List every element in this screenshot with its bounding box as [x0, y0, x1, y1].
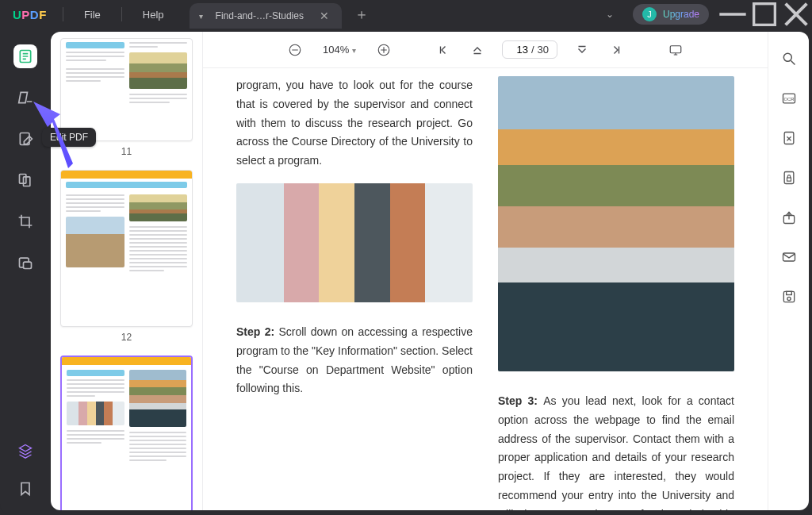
thumbnail-page-12[interactable]	[60, 170, 193, 327]
svg-point-26	[783, 53, 791, 61]
zoom-level[interactable]: 104% ▾	[320, 44, 359, 56]
upgrade-button[interactable]: J Upgrade	[633, 4, 709, 25]
svg-line-27	[791, 61, 795, 65]
close-tab-icon[interactable]: ✕	[316, 10, 332, 22]
first-page-button[interactable]	[435, 41, 453, 59]
thumbnail-page-13[interactable]	[60, 356, 193, 510]
protect-button[interactable]	[779, 168, 799, 187]
zoom-in-button[interactable]	[375, 41, 393, 59]
step2-label: Step 2:	[236, 325, 278, 338]
document-tab[interactable]: ▾ Find-and-…r-Studies ✕	[190, 3, 342, 29]
svg-rect-10	[20, 175, 26, 184]
thumbnail-panel[interactable]: 11 12	[51, 32, 203, 510]
thumbnail-label: 12	[60, 332, 193, 343]
search-button[interactable]	[779, 49, 799, 68]
avatar: J	[642, 7, 657, 21]
divider	[121, 7, 122, 21]
presentation-button[interactable]	[667, 41, 684, 59]
doc-image-bridge	[498, 76, 734, 371]
doc-column-right: Step 3: As you lead next, look for a con…	[498, 76, 734, 510]
page-number-input[interactable]: / 30	[502, 40, 557, 59]
redact-tool-button[interactable]	[13, 251, 37, 275]
email-button[interactable]	[779, 248, 799, 267]
next-page-button[interactable]	[573, 41, 591, 59]
upgrade-label: Upgrade	[663, 9, 699, 20]
menu-help[interactable]: Help	[125, 9, 182, 21]
layers-button[interactable]	[13, 439, 37, 463]
menu-file[interactable]: File	[67, 9, 118, 21]
body-text: Step 3: As you lead next, look for a con…	[498, 392, 734, 510]
page-separator: /	[531, 44, 534, 56]
svg-rect-32	[787, 178, 791, 181]
body-text: Step 2: Scroll down on accessing a respe…	[236, 323, 473, 398]
comment-tool-button[interactable]	[13, 86, 37, 110]
crop-tool-button[interactable]	[13, 209, 37, 233]
organize-pages-button[interactable]	[13, 168, 37, 192]
add-tab-button[interactable]: ＋	[342, 5, 381, 24]
svg-rect-1	[754, 4, 776, 25]
tab-title: Find-and-…r-Studies	[211, 10, 316, 21]
maximize-button[interactable]	[749, 0, 780, 29]
zoom-out-button[interactable]	[286, 41, 304, 59]
body-text: program, you have to look out for the co…	[236, 76, 473, 171]
page-current-field[interactable]	[511, 44, 528, 56]
doc-column-left: program, you have to look out for the co…	[236, 76, 473, 510]
edit-pdf-tooltip: Edit PDF	[42, 128, 96, 147]
right-tool-rail: OCR	[768, 32, 809, 510]
app-logo: UPDF	[0, 8, 59, 21]
view-toolbar: 104% ▾ / 30	[203, 32, 768, 68]
step3-label: Step 3:	[498, 394, 543, 407]
svg-rect-35	[783, 253, 795, 261]
window-menu-chevron[interactable]: ⌄	[595, 9, 625, 20]
prev-page-button[interactable]	[469, 41, 486, 59]
svg-point-38	[787, 297, 790, 300]
title-bar: UPDF File Help ▾ Find-and-…r-Studies ✕ ＋…	[0, 0, 812, 29]
thumbnail-label: 11	[60, 146, 193, 157]
share-button[interactable]	[779, 208, 799, 227]
divider	[63, 7, 63, 21]
save-button[interactable]	[779, 287, 799, 306]
chevron-down-icon: ▾	[352, 46, 356, 55]
convert-button[interactable]	[779, 129, 799, 148]
minimize-button[interactable]	[717, 0, 749, 29]
svg-text:OCR: OCR	[783, 97, 794, 102]
page-total: 30	[538, 44, 549, 56]
document-view[interactable]: program, you have to look out for the co…	[203, 68, 768, 510]
left-tool-rail: Edit PDF	[0, 29, 51, 515]
bookmark-button[interactable]	[13, 477, 37, 501]
svg-rect-13	[24, 262, 32, 268]
last-page-button[interactable]	[607, 41, 624, 59]
svg-rect-37	[786, 291, 791, 294]
chevron-down-icon: ▾	[199, 12, 203, 21]
ocr-button[interactable]: OCR	[779, 89, 799, 108]
edit-pdf-button[interactable]: Edit PDF	[13, 127, 37, 151]
svg-rect-23	[670, 45, 681, 52]
close-window-button[interactable]	[780, 0, 812, 29]
reader-mode-button[interactable]	[13, 44, 37, 68]
doc-image-students	[236, 183, 473, 302]
thumbnail-page-11[interactable]	[60, 38, 193, 141]
